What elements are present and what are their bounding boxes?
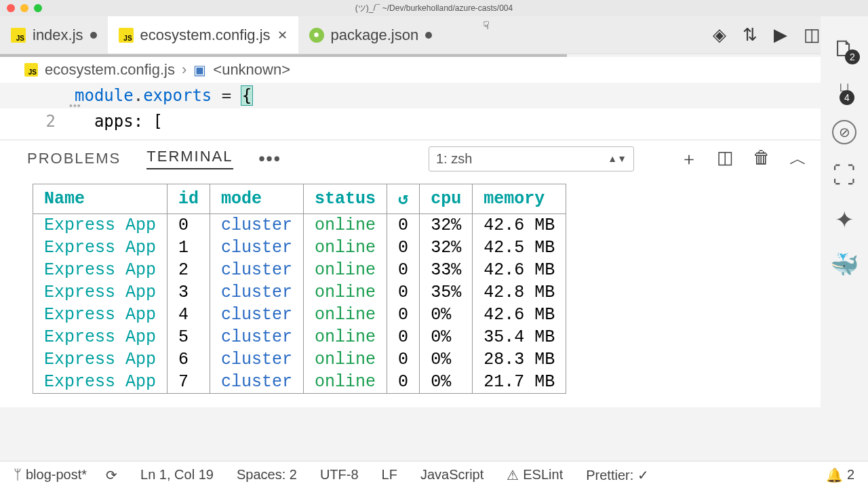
table-row: Express App5clusteronline00%35.4 MB bbox=[33, 326, 566, 348]
editor-tabbar: JS index.js JS ecosystem.config.js ✕ ⬢ p… bbox=[0, 16, 868, 54]
code-content[interactable]: module.exports = { apps: [ bbox=[75, 83, 252, 140]
eslint-status[interactable]: ⚠ ESLint bbox=[507, 467, 563, 483]
maximize-window-icon[interactable] bbox=[34, 4, 42, 12]
cursor-position[interactable]: Ln 1, Col 19 bbox=[140, 467, 214, 483]
dropdown-arrows-icon: ▲▼ bbox=[608, 153, 627, 164]
table-header: mode bbox=[210, 184, 304, 214]
git-branch[interactable]: ᛘ blog-post* bbox=[14, 467, 87, 483]
minimize-window-icon[interactable] bbox=[20, 4, 28, 12]
source-control-icon[interactable]: ◈ bbox=[713, 24, 726, 45]
panel-tab-terminal[interactable]: TERMINAL bbox=[146, 148, 233, 169]
indentation[interactable]: Spaces: 2 bbox=[237, 467, 297, 483]
status-bar: ᛘ blog-post* ⟳ Ln 1, Col 19 Spaces: 2 UT… bbox=[0, 461, 868, 488]
split-terminal-icon[interactable]: ◫ bbox=[717, 147, 734, 171]
prettier-status[interactable]: Prettier: ✓ bbox=[586, 467, 649, 483]
tab-package-json[interactable]: ⬢ package.json bbox=[298, 16, 443, 54]
table-row: Express App3clusteronline035%42.8 MB bbox=[33, 281, 566, 304]
window-title: (ツ)_/¯ ~/Dev/burkeholland/azure-casts/00… bbox=[355, 3, 513, 14]
terminal-selector-label: 1: zsh bbox=[436, 151, 472, 167]
table-header: ↺ bbox=[387, 184, 420, 214]
dirty-dot-icon bbox=[90, 32, 97, 39]
terminal-selector[interactable]: 1: zsh ▲▼ bbox=[429, 146, 634, 171]
docker-icon[interactable]: 🐳 bbox=[830, 251, 859, 278]
tab-label: package.json bbox=[331, 26, 419, 44]
table-header: status bbox=[304, 184, 387, 214]
js-icon: JS bbox=[11, 28, 26, 43]
table-header: id bbox=[167, 184, 210, 214]
breadcrumb-symbol: <unknown> bbox=[213, 61, 290, 79]
tab-label: index.js bbox=[33, 26, 83, 44]
dirty-dot-icon bbox=[425, 32, 432, 39]
table-row: Express App0clusteronline032%42.6 MB bbox=[33, 214, 566, 237]
language-mode[interactable]: JavaScript bbox=[420, 467, 484, 483]
maximize-panel-icon[interactable]: ︿ bbox=[789, 147, 807, 171]
chevron-right-icon: › bbox=[182, 61, 186, 79]
run-icon[interactable]: ▶ bbox=[774, 24, 787, 45]
encoding[interactable]: UTF-8 bbox=[320, 467, 359, 483]
focus-icon[interactable]: ⛶ bbox=[833, 162, 856, 188]
compass-icon[interactable]: ✦ bbox=[835, 206, 854, 233]
table-row: Express App6clusteronline00%28.3 MB bbox=[33, 348, 566, 371]
bottom-panel: PROBLEMS TERMINAL ••• 1: zsh ▲▼ ＋ ◫ 🗑 ︿ … bbox=[0, 140, 868, 407]
tab-ecosystem-config-js[interactable]: JS ecosystem.config.js ✕ bbox=[108, 16, 298, 54]
compare-icon[interactable]: ⇅ bbox=[743, 24, 757, 45]
breadcrumb[interactable]: JS ecosystem.config.js › ▣ <unknown> bbox=[0, 57, 868, 83]
table-row: Express App7clusteronline00%21.7 MB bbox=[33, 371, 566, 394]
symbol-icon: ▣ bbox=[193, 62, 206, 78]
activity-bar-right: 🗋2 ⑂4 ⊘ ⛶ ✦ 🐳 bbox=[821, 16, 868, 461]
table-row: Express App2clusteronline033%42.6 MB bbox=[33, 259, 566, 281]
close-tab-icon[interactable]: ✕ bbox=[277, 28, 288, 43]
tab-index-js[interactable]: JS index.js bbox=[0, 16, 108, 54]
new-terminal-icon[interactable]: ＋ bbox=[680, 147, 698, 171]
kill-terminal-icon[interactable]: 🗑 bbox=[753, 147, 770, 171]
node-icon: ⬢ bbox=[309, 28, 324, 43]
code-editor[interactable]: 1 2 ••• module.exports = { apps: [ bbox=[0, 83, 868, 140]
source-control-icon[interactable]: ⑂4 bbox=[838, 79, 850, 102]
files-icon[interactable]: 🗋2 bbox=[833, 35, 856, 62]
titlebar: (ツ)_/¯ ~/Dev/burkeholland/azure-casts/00… bbox=[0, 0, 868, 16]
notifications[interactable]: 🔔 2 bbox=[826, 467, 854, 483]
pm2-process-table: Nameidmodestatus↺cpumemory Express App0c… bbox=[33, 184, 566, 394]
table-header: cpu bbox=[420, 184, 473, 214]
sync-icon[interactable]: ⟳ bbox=[106, 467, 117, 483]
window-controls bbox=[0, 4, 42, 12]
js-icon: JS bbox=[24, 63, 38, 77]
split-editor-icon[interactable]: ◫ bbox=[804, 24, 821, 45]
breadcrumb-file: ecosystem.config.js bbox=[45, 61, 175, 79]
terminal-output[interactable]: Nameidmodestatus↺cpumemory Express App0c… bbox=[0, 177, 868, 407]
close-window-icon[interactable] bbox=[7, 4, 15, 12]
panel-more-icon[interactable]: ••• bbox=[259, 148, 281, 169]
panel-tab-problems[interactable]: PROBLEMS bbox=[27, 150, 121, 167]
eol[interactable]: LF bbox=[382, 467, 397, 483]
table-row: Express App4clusteronline00%42.6 MB bbox=[33, 304, 566, 326]
js-icon: JS bbox=[119, 28, 134, 43]
debug-icon[interactable]: ⊘ bbox=[832, 120, 856, 144]
table-row: Express App1clusteronline032%42.5 MB bbox=[33, 237, 566, 259]
table-header: Name bbox=[33, 184, 167, 214]
table-header: memory bbox=[473, 184, 566, 214]
tab-label: ecosystem.config.js bbox=[140, 26, 271, 44]
